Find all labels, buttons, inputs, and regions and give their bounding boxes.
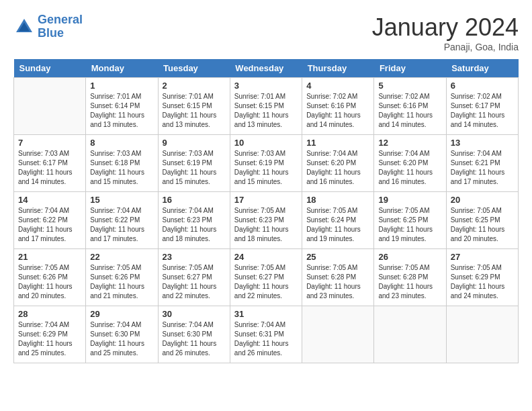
day-number: 11 [306,138,369,148]
day-info: Sunrise: 7:04 AMSunset: 6:31 PMDaylight:… [234,320,298,358]
day-number: 13 [451,138,514,148]
day-info: Sunrise: 7:05 AMSunset: 6:25 PMDaylight:… [378,206,441,244]
logo: General Blue [13,13,83,40]
calendar-cell: 6Sunrise: 7:02 AMSunset: 6:17 PMDaylight… [446,78,518,135]
calendar-week-row: 7Sunrise: 7:03 AMSunset: 6:17 PMDaylight… [14,135,519,192]
calendar-week-row: 28Sunrise: 7:04 AMSunset: 6:29 PMDayligh… [14,306,519,363]
calendar-cell: 19Sunrise: 7:05 AMSunset: 6:25 PMDayligh… [374,192,446,249]
day-number: 16 [163,195,226,205]
calendar-cell: 1Sunrise: 7:01 AMSunset: 6:14 PMDaylight… [86,78,158,135]
day-info: Sunrise: 7:04 AMSunset: 6:23 PMDaylight:… [163,206,226,244]
day-number: 22 [90,252,153,262]
weekday-header: Wednesday [230,59,302,78]
day-number: 5 [378,81,441,91]
calendar-cell: 24Sunrise: 7:05 AMSunset: 6:27 PMDayligh… [230,249,302,306]
calendar-cell: 14Sunrise: 7:04 AMSunset: 6:22 PMDayligh… [14,192,86,249]
calendar-cell: 13Sunrise: 7:04 AMSunset: 6:21 PMDayligh… [446,135,518,192]
day-info: Sunrise: 7:05 AMSunset: 6:26 PMDaylight:… [90,263,153,301]
day-info: Sunrise: 7:03 AMSunset: 6:19 PMDaylight:… [234,149,298,187]
day-info: Sunrise: 7:03 AMSunset: 6:19 PMDaylight:… [163,149,226,187]
day-info: Sunrise: 7:03 AMSunset: 6:17 PMDaylight:… [18,149,81,187]
weekday-header: Monday [86,59,158,78]
day-number: 7 [18,138,81,148]
calendar-cell: 30Sunrise: 7:04 AMSunset: 6:30 PMDayligh… [158,306,230,363]
day-number: 2 [163,81,226,91]
calendar-week-row: 21Sunrise: 7:05 AMSunset: 6:26 PMDayligh… [14,249,519,306]
day-number: 26 [378,252,441,262]
day-info: Sunrise: 7:05 AMSunset: 6:24 PMDaylight:… [306,206,369,244]
day-number: 25 [306,252,369,262]
day-info: Sunrise: 7:04 AMSunset: 6:22 PMDaylight:… [18,206,81,244]
day-number: 10 [234,138,298,148]
logo-line2: Blue [38,26,64,40]
day-info: Sunrise: 7:02 AMSunset: 6:17 PMDaylight:… [451,92,514,130]
day-info: Sunrise: 7:05 AMSunset: 6:25 PMDaylight:… [451,206,514,244]
day-info: Sunrise: 7:05 AMSunset: 6:28 PMDaylight:… [306,263,369,301]
calendar-cell: 4Sunrise: 7:02 AMSunset: 6:16 PMDaylight… [302,78,374,135]
day-number: 19 [378,195,441,205]
day-info: Sunrise: 7:04 AMSunset: 6:22 PMDaylight:… [90,206,153,244]
calendar-cell: 11Sunrise: 7:04 AMSunset: 6:20 PMDayligh… [302,135,374,192]
calendar-cell: 2Sunrise: 7:01 AMSunset: 6:15 PMDaylight… [158,78,230,135]
calendar-header: SundayMondayTuesdayWednesdayThursdayFrid… [14,59,519,78]
weekday-header: Sunday [14,59,86,78]
calendar-cell: 23Sunrise: 7:05 AMSunset: 6:27 PMDayligh… [158,249,230,306]
day-number: 9 [163,138,226,148]
day-number: 31 [234,309,298,319]
day-number: 6 [451,81,514,91]
day-info: Sunrise: 7:05 AMSunset: 6:27 PMDaylight:… [234,263,298,301]
weekday-header: Thursday [302,59,374,78]
day-number: 28 [18,309,81,319]
calendar-cell: 16Sunrise: 7:04 AMSunset: 6:23 PMDayligh… [158,192,230,249]
weekday-header-row: SundayMondayTuesdayWednesdayThursdayFrid… [14,59,519,78]
day-info: Sunrise: 7:03 AMSunset: 6:18 PMDaylight:… [90,149,153,187]
day-number: 29 [90,309,153,319]
logo-line1: General [38,13,83,26]
title-section: January 2024 Panaji, Goa, India [372,13,519,52]
calendar-cell: 25Sunrise: 7:05 AMSunset: 6:28 PMDayligh… [302,249,374,306]
calendar-cell: 12Sunrise: 7:04 AMSunset: 6:20 PMDayligh… [374,135,446,192]
day-info: Sunrise: 7:04 AMSunset: 6:20 PMDaylight:… [306,149,369,187]
day-info: Sunrise: 7:01 AMSunset: 6:15 PMDaylight:… [234,92,298,130]
day-info: Sunrise: 7:05 AMSunset: 6:27 PMDaylight:… [163,263,226,301]
day-number: 20 [451,195,514,205]
weekday-header: Tuesday [158,59,230,78]
calendar-cell [446,306,518,363]
day-info: Sunrise: 7:02 AMSunset: 6:16 PMDaylight:… [378,92,441,130]
day-info: Sunrise: 7:04 AMSunset: 6:30 PMDaylight:… [163,320,226,358]
page-header: General Blue January 2024 Panaji, Goa, I… [13,13,519,52]
day-number: 24 [234,252,298,262]
day-number: 27 [451,252,514,262]
day-number: 21 [18,252,81,262]
day-info: Sunrise: 7:01 AMSunset: 6:15 PMDaylight:… [163,92,226,130]
day-info: Sunrise: 7:04 AMSunset: 6:21 PMDaylight:… [451,149,514,187]
day-number: 8 [90,138,153,148]
day-number: 12 [378,138,441,148]
calendar-week-row: 1Sunrise: 7:01 AMSunset: 6:14 PMDaylight… [14,78,519,135]
logo-text: General Blue [38,13,83,40]
calendar-cell: 20Sunrise: 7:05 AMSunset: 6:25 PMDayligh… [446,192,518,249]
calendar-cell: 26Sunrise: 7:05 AMSunset: 6:28 PMDayligh… [374,249,446,306]
calendar-cell: 28Sunrise: 7:04 AMSunset: 6:29 PMDayligh… [14,306,86,363]
calendar-body: 1Sunrise: 7:01 AMSunset: 6:14 PMDaylight… [14,78,519,363]
day-info: Sunrise: 7:02 AMSunset: 6:16 PMDaylight:… [306,92,369,130]
calendar-cell: 29Sunrise: 7:04 AMSunset: 6:30 PMDayligh… [86,306,158,363]
calendar-cell: 9Sunrise: 7:03 AMSunset: 6:19 PMDaylight… [158,135,230,192]
calendar-cell: 17Sunrise: 7:05 AMSunset: 6:23 PMDayligh… [230,192,302,249]
weekday-header: Friday [374,59,446,78]
calendar-cell [302,306,374,363]
calendar-cell: 18Sunrise: 7:05 AMSunset: 6:24 PMDayligh… [302,192,374,249]
calendar-cell: 31Sunrise: 7:04 AMSunset: 6:31 PMDayligh… [230,306,302,363]
day-info: Sunrise: 7:05 AMSunset: 6:23 PMDaylight:… [234,206,298,244]
day-number: 23 [163,252,226,262]
day-info: Sunrise: 7:05 AMSunset: 6:26 PMDaylight:… [18,263,81,301]
day-number: 3 [234,81,298,91]
calendar-cell: 21Sunrise: 7:05 AMSunset: 6:26 PMDayligh… [14,249,86,306]
day-info: Sunrise: 7:05 AMSunset: 6:28 PMDaylight:… [378,263,441,301]
day-number: 30 [163,309,226,319]
day-info: Sunrise: 7:04 AMSunset: 6:29 PMDaylight:… [18,320,81,358]
day-number: 18 [306,195,369,205]
day-info: Sunrise: 7:05 AMSunset: 6:29 PMDaylight:… [451,263,514,301]
day-number: 4 [306,81,369,91]
logo-icon [13,16,35,38]
